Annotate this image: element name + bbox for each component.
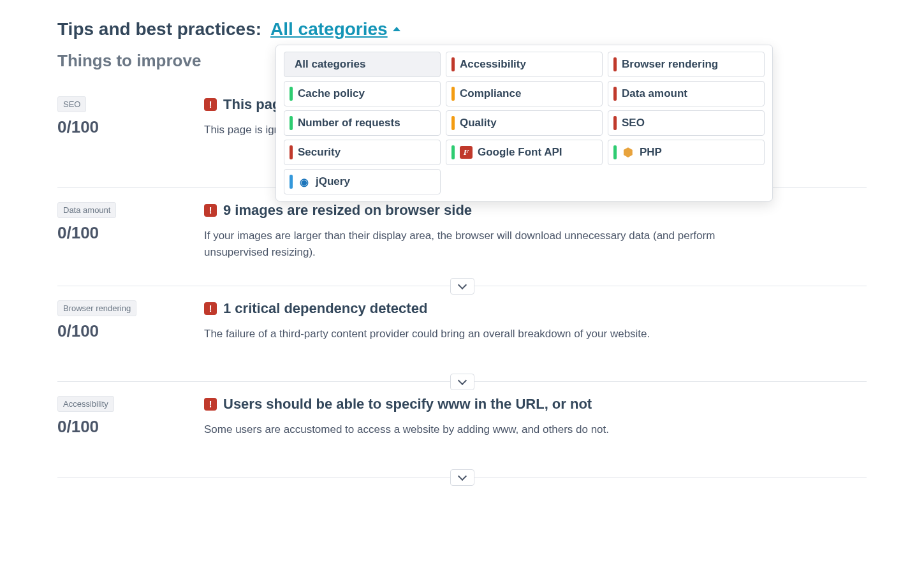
filter-label: Compliance — [460, 87, 521, 100]
issue-row: Accessibility0/100!Users should be able … — [57, 382, 867, 478]
filter-label: Cache policy — [298, 87, 365, 100]
filter-security[interactable]: Security — [284, 140, 441, 165]
filter-jquery[interactable]: ◉jQuery — [284, 169, 441, 194]
color-stripe — [613, 57, 617, 71]
issue-row: Browser rendering0/100!1 critical depend… — [57, 286, 867, 382]
color-stripe — [451, 87, 455, 101]
category-tag: SEO — [57, 96, 86, 112]
filter-quality[interactable]: Quality — [446, 110, 603, 136]
issue-title: Users should be able to specify www in t… — [223, 396, 592, 412]
page-title: Tips and best practices: — [57, 19, 261, 40]
category-dropdown-panel: All categoriesAccessibilityBrowser rende… — [275, 45, 773, 201]
filter-label: Data amount — [622, 87, 687, 100]
filter-label: Accessibility — [460, 58, 526, 71]
filter-browser-rendering[interactable]: Browser rendering — [608, 52, 765, 77]
google-font-icon: F — [460, 146, 473, 159]
filter-label: Number of requests — [298, 117, 400, 129]
color-stripe — [290, 175, 293, 189]
category-tag: Data amount — [57, 202, 116, 218]
issue-title: 9 images are resized on browser side — [223, 202, 472, 219]
filter-label: jQuery — [316, 175, 350, 188]
filter-number-of-requests[interactable]: Number of requests — [284, 110, 441, 136]
issue-score: 0/100 — [57, 321, 204, 341]
caret-up-icon — [393, 27, 400, 31]
color-stripe — [451, 57, 455, 71]
color-stripe — [290, 116, 293, 130]
filter-compliance[interactable]: Compliance — [446, 81, 603, 106]
issue-score: 0/100 — [57, 117, 204, 137]
filter-label: PHP — [640, 146, 662, 159]
php-icon: ⬢ — [622, 146, 634, 159]
expand-toggle[interactable] — [450, 278, 474, 295]
jquery-icon: ◉ — [298, 175, 311, 188]
alert-icon: ! — [204, 398, 217, 411]
filter-google-font-api[interactable]: FGoogle Font API — [446, 140, 603, 165]
issue-title: 1 critical dependency detected — [223, 300, 427, 317]
color-stripe — [290, 145, 293, 159]
issue-score: 0/100 — [57, 417, 204, 437]
color-stripe — [451, 116, 455, 130]
category-tag: Browser rendering — [57, 300, 136, 316]
category-dropdown-trigger[interactable]: All categories — [270, 19, 400, 40]
color-stripe — [451, 145, 455, 159]
color-stripe — [290, 87, 293, 101]
alert-icon: ! — [204, 302, 217, 315]
chevron-down-icon — [457, 472, 466, 481]
filter-label: Quality — [460, 117, 497, 129]
issue-title: This pag — [223, 96, 281, 113]
issue-description: If your images are larger than their dis… — [204, 228, 765, 260]
filter-cache-policy[interactable]: Cache policy — [284, 81, 441, 106]
color-stripe — [613, 116, 617, 130]
color-stripe — [613, 87, 617, 101]
filter-label: Browser rendering — [622, 58, 718, 71]
filter-label: SEO — [622, 117, 645, 129]
filter-php[interactable]: ⬢PHP — [608, 140, 765, 165]
issue-description: The failure of a third-party content pro… — [204, 326, 765, 342]
alert-icon: ! — [204, 98, 217, 111]
expand-toggle[interactable] — [450, 469, 474, 486]
category-tag: Accessibility — [57, 396, 114, 412]
filter-label: Google Font API — [478, 146, 562, 159]
filter-all-categories[interactable]: All categories — [284, 52, 441, 77]
issue-description: Some users are accustomed to access a we… — [204, 421, 765, 438]
filter-seo[interactable]: SEO — [608, 110, 765, 136]
filter-label: All categories — [295, 58, 366, 71]
issue-row: Data amount0/100!9 images are resized on… — [57, 188, 867, 286]
filter-label: Security — [298, 146, 341, 159]
chevron-down-icon — [457, 281, 466, 289]
color-stripe — [613, 145, 617, 159]
chevron-down-icon — [457, 376, 466, 385]
expand-toggle[interactable] — [450, 374, 474, 390]
issue-score: 0/100 — [57, 223, 204, 243]
dropdown-label: All categories — [270, 19, 388, 40]
alert-icon: ! — [204, 204, 217, 217]
filter-data-amount[interactable]: Data amount — [608, 81, 765, 106]
filter-accessibility[interactable]: Accessibility — [446, 52, 603, 77]
